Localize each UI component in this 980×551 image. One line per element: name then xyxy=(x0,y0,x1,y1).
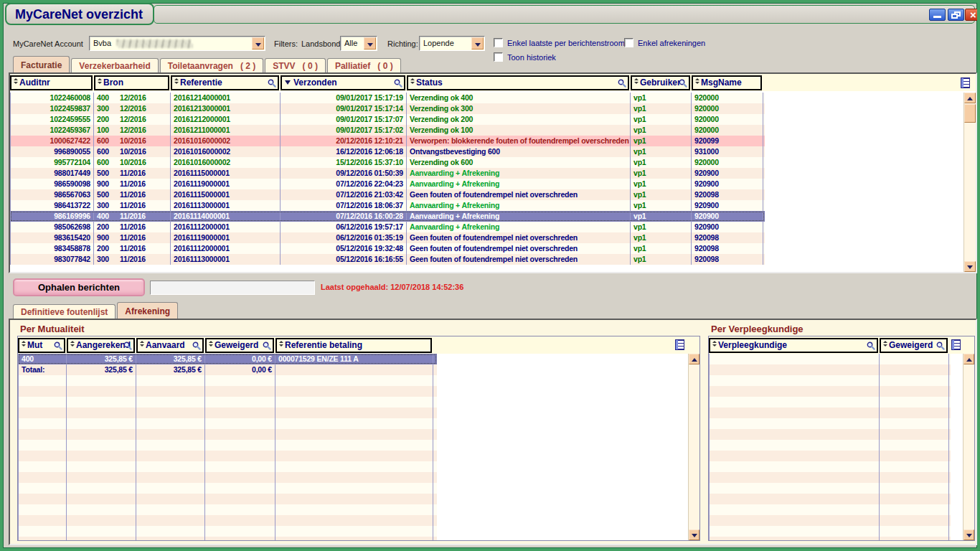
search-icon[interactable] xyxy=(263,342,271,350)
search-icon[interactable] xyxy=(867,342,875,350)
scroll-up-button[interactable] xyxy=(964,93,976,103)
table-row[interactable]: 98616999640011/20162016111400000107/12/2… xyxy=(10,211,765,222)
table-row[interactable]: 98801744950011/20162016111500000109/12/2… xyxy=(10,168,765,179)
cell-verzonden: 09/01/2017 15:17:19 xyxy=(281,93,407,103)
search-icon[interactable] xyxy=(679,79,687,88)
search-icon[interactable] xyxy=(54,342,62,350)
table-row[interactable]: 99577210460010/20162016101600000215/12/2… xyxy=(10,157,765,168)
table-row[interactable]: 98361542090011/20162016111900000106/12/2… xyxy=(10,232,765,243)
table-row[interactable]: Totaal:325,85 €325,85 €0,00 € xyxy=(18,364,437,375)
cell-auditnr: 983458878 xyxy=(10,243,94,254)
column-header-auditnr[interactable]: Auditnr xyxy=(10,75,93,90)
account-dropdown-button[interactable] xyxy=(252,37,264,50)
cell-geweigerd xyxy=(205,418,275,429)
scroll-down-button[interactable] xyxy=(963,529,974,540)
tab-facturatie[interactable]: Facturatie xyxy=(13,56,70,72)
empty-row xyxy=(709,440,951,451)
search-icon[interactable] xyxy=(618,79,626,88)
tab-verzekerbaarheid[interactable]: Verzekerbaarheid xyxy=(71,58,158,72)
cell-geweigerd: 0,00 € xyxy=(205,354,275,364)
search-icon[interactable] xyxy=(936,342,945,350)
column-header-verzonden[interactable]: Verzonden xyxy=(281,75,405,90)
scroll-down-button[interactable] xyxy=(964,261,976,272)
checkbox-toon-historiek[interactable] xyxy=(494,52,503,62)
column-header-gebruiker[interactable]: Gebruiker xyxy=(631,75,690,90)
cell-verpleegkundige xyxy=(709,386,880,397)
column-header-referentie[interactable]: Referentie xyxy=(171,75,279,90)
column-header-geweigerd[interactable]: Geweigerd xyxy=(205,338,274,353)
table-row[interactable]: 100062742260010/20162016101600000220/12/… xyxy=(10,136,765,146)
landsbond-dropdown-button[interactable] xyxy=(364,37,376,50)
cell-auditnr: 985062698 xyxy=(10,222,94,232)
cell-msgname: 920098 xyxy=(692,189,763,200)
tab-count: ( 0 ) xyxy=(303,61,318,71)
column-header-mut[interactable]: Mut xyxy=(18,338,65,353)
cell-aanvaard xyxy=(136,429,205,440)
search-icon[interactable] xyxy=(192,342,201,350)
table-row[interactable]: 98506269820011/20162016111200000106/12/2… xyxy=(10,222,765,232)
account-combobox[interactable]: Bvba xyxy=(89,36,265,51)
vertical-scrollbar[interactable] xyxy=(963,93,976,272)
column-picker-icon[interactable] xyxy=(675,339,684,350)
scrollbar-thumb[interactable] xyxy=(964,104,976,123)
table-row[interactable]: 99689005560010/20162016101600000216/12/2… xyxy=(10,146,765,157)
column-picker-icon[interactable] xyxy=(961,77,970,88)
search-icon[interactable] xyxy=(123,342,132,350)
scroll-up-button[interactable] xyxy=(963,354,974,364)
table-row[interactable]: 98656706350011/20162016111500000107/12/2… xyxy=(10,189,765,200)
checkbox-enkel-laatste[interactable] xyxy=(494,38,503,47)
vertical-scrollbar[interactable] xyxy=(688,354,699,540)
pin-icon xyxy=(97,77,102,85)
tab-afrekening[interactable]: Afrekening xyxy=(117,302,178,319)
cell-referentie: 20161016000002 xyxy=(171,136,281,146)
table-row[interactable]: 98659009890011/20162016111900000107/12/2… xyxy=(10,179,765,189)
minimize-button[interactable] xyxy=(929,9,946,21)
vertical-scrollbar[interactable] xyxy=(963,354,974,540)
table-row[interactable]: 98345887820011/20162016111200000105/12/2… xyxy=(10,243,765,254)
table-row[interactable]: 102245936710012/20162016121100000109/01/… xyxy=(10,125,765,136)
ophalen-berichten-button[interactable]: Ophalen berichten xyxy=(13,278,145,296)
maximize-button[interactable] xyxy=(948,9,964,21)
cell-verpleegkundige xyxy=(709,451,880,461)
checkbox-enkel-afrekeningen[interactable] xyxy=(624,38,633,47)
filters-label: Filters: xyxy=(274,39,298,48)
cell-aanvaard xyxy=(136,504,205,515)
scroll-down-button[interactable] xyxy=(689,529,699,540)
tab-palliatief[interactable]: Palliatief( 0 ) xyxy=(327,58,401,72)
cell-geweigerd xyxy=(205,397,275,408)
cell-gebruiker: vp1 xyxy=(631,146,692,157)
column-header-aangerekend[interactable]: Aangerekend xyxy=(67,338,135,353)
search-icon[interactable] xyxy=(394,79,402,88)
column-header-status[interactable]: Status xyxy=(407,75,629,90)
column-header-bron[interactable]: Bron xyxy=(94,75,169,90)
cell-status: Geen fouten of foutendrempel niet oversc… xyxy=(407,254,631,265)
cell-aangerekend xyxy=(67,440,136,451)
search-icon[interactable] xyxy=(268,79,276,88)
table-row[interactable]: 102245955520012/20162016121200000109/01/… xyxy=(10,114,765,125)
column-header-geweigerd[interactable]: Geweigerd xyxy=(880,338,948,353)
table-row[interactable]: 102245983730012/20162016121300000109/01/… xyxy=(10,103,765,114)
table-row[interactable]: 98641372230011/20162016111300000107/12/2… xyxy=(10,200,765,211)
close-button[interactable]: × xyxy=(965,9,980,21)
column-picker-icon[interactable] xyxy=(951,339,961,350)
richting-dropdown-button[interactable] xyxy=(471,37,484,50)
cell-msgname: 920000 xyxy=(692,93,763,103)
cell-aanvaard xyxy=(136,397,205,408)
table-row[interactable]: 102246000840012/20162016121400000109/01/… xyxy=(10,93,765,103)
tab-label: STVV xyxy=(273,61,295,71)
tab-definitieve-foutenlijst[interactable]: Definitieve foutenlijst xyxy=(13,304,116,319)
landsbond-combobox[interactable]: Alle xyxy=(340,36,377,51)
tab-stvv[interactable]: STVV( 0 ) xyxy=(265,58,326,72)
table-row[interactable]: 400325,85 €325,85 €0,00 €000071529 EN/ZE… xyxy=(18,354,437,364)
column-header-msgname[interactable]: MsgName xyxy=(692,75,762,90)
column-header-aanvaard[interactable]: Aanvaard xyxy=(136,338,204,353)
richting-combobox[interactable]: Lopende xyxy=(419,36,485,51)
table-row[interactable]: 98307784230011/20162016111300000105/12/2… xyxy=(10,254,765,265)
cell-geweigerd xyxy=(880,375,949,386)
tab-toiletaanvragen[interactable]: Toiletaanvragen( 2 ) xyxy=(160,58,263,72)
column-header-referentie-betaling[interactable]: Referentie betaling xyxy=(275,338,432,353)
empty-row xyxy=(18,429,437,440)
cell-aangerekend xyxy=(67,483,136,494)
column-header-verpleegkundige[interactable]: Verpleegkundige xyxy=(709,338,878,353)
scroll-up-button[interactable] xyxy=(689,354,699,364)
